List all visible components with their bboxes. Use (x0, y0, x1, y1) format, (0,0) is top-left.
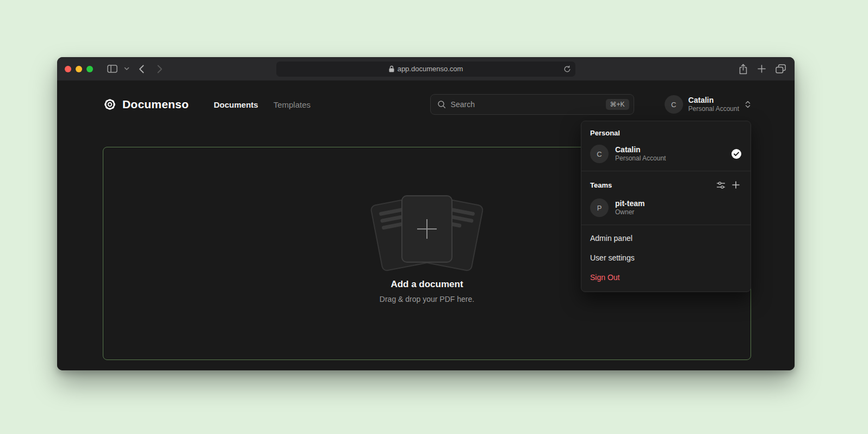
minimize-window-button[interactable] (76, 66, 82, 72)
divider (581, 225, 751, 225)
selected-check-icon (731, 148, 742, 159)
menu-item-admin-panel[interactable]: Admin panel (581, 228, 751, 248)
personal-account-type: Personal Account (615, 154, 666, 163)
team-item[interactable]: P pit-team Owner (581, 194, 751, 224)
account-name: Catalin (689, 96, 739, 106)
new-tab-icon[interactable] (758, 65, 766, 73)
account-dropdown-menu: Personal C Catalin Personal Account Team… (581, 121, 751, 292)
personal-account-name: Catalin (615, 145, 666, 155)
team-name: pit-team (615, 199, 644, 209)
divider (581, 171, 751, 171)
titlebar-nav-icons (104, 62, 168, 76)
account-menu-trigger[interactable]: C Catalin Personal Account (665, 95, 751, 114)
browser-window: app.documenso.com (57, 57, 795, 370)
back-icon[interactable] (133, 62, 150, 76)
address-url: app.documenso.com (398, 65, 463, 73)
chevron-up-down-icon (745, 100, 751, 109)
search-icon (437, 100, 446, 109)
avatar: C (665, 95, 683, 114)
traffic-lights (65, 66, 93, 72)
dropzone-subtitle: Drag & drop your PDF here. (380, 295, 474, 303)
search-input[interactable] (451, 100, 601, 109)
personal-section-label: Personal (581, 125, 751, 140)
nav-templates[interactable]: Templates (274, 100, 311, 109)
search-bar[interactable]: ⌘+K (430, 94, 634, 115)
avatar: P (590, 199, 609, 217)
sidebar-toggle-icon[interactable] (104, 62, 120, 76)
teams-section-label: Teams (581, 175, 751, 194)
zoom-window-button[interactable] (86, 66, 93, 72)
documenso-logo-icon (103, 97, 117, 111)
manage-teams-icon[interactable] (715, 179, 727, 191)
plus-icon (417, 219, 437, 239)
nav-documents[interactable]: Documents (214, 100, 258, 109)
avatar: C (590, 145, 609, 163)
document-stack-illustration (364, 190, 489, 271)
documenso-app: Documenso Documents Templates ⌘+K C Cata… (57, 80, 795, 370)
add-team-icon[interactable] (730, 179, 742, 191)
close-window-button[interactable] (65, 66, 71, 72)
main-nav: Documents Templates (214, 100, 311, 109)
account-type: Personal Account (689, 105, 739, 113)
brand-name: Documenso (122, 98, 189, 111)
dropzone-title: Add a document (390, 279, 463, 290)
lock-icon (389, 65, 394, 72)
tab-overview-icon[interactable] (776, 64, 786, 73)
brand[interactable]: Documenso (103, 97, 189, 111)
sidebar-menu-chevron-icon[interactable] (122, 62, 131, 76)
browser-titlebar: app.documenso.com (57, 57, 795, 80)
team-role: Owner (615, 208, 644, 216)
personal-account-item[interactable]: C Catalin Personal Account (581, 140, 751, 170)
address-bar[interactable]: app.documenso.com (276, 61, 575, 77)
titlebar-right-icons (739, 57, 786, 80)
menu-item-sign-out[interactable]: Sign Out (581, 268, 751, 287)
forward-icon[interactable] (152, 62, 168, 76)
menu-item-user-settings[interactable]: User settings (581, 248, 751, 268)
search-shortcut-badge: ⌘+K (606, 99, 629, 110)
share-icon[interactable] (739, 64, 748, 75)
reload-icon[interactable] (563, 65, 571, 75)
document-card-center (401, 195, 452, 263)
